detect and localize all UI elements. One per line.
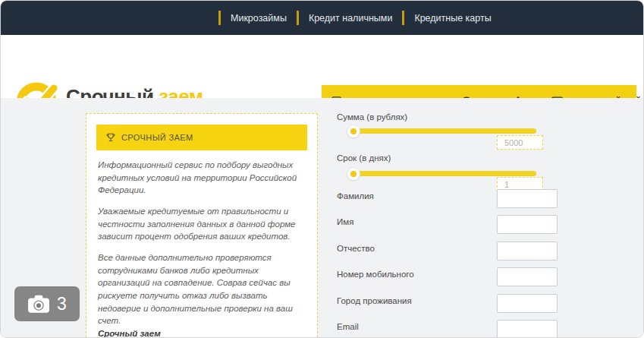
article-paragraph: Уважаемые кредитуемые от правильности и … [98,205,306,243]
middlename-label: Отчество [337,244,375,253]
amount-value-input[interactable] [497,135,543,150]
camera-icon [27,294,50,314]
article-paragraph: Все данные дополнительно проверяются сот… [98,251,306,327]
trophy-icon [105,132,116,143]
lastname-input[interactable] [497,189,558,208]
panel-heading: СРОЧНЫЙ ЗАЕМ [96,125,307,150]
amount-slider-handle[interactable] [347,125,360,137]
term-slider-handle[interactable] [347,168,360,180]
site-header: Срочный заем Единая заявка на кредиты во… [1,35,643,98]
email-input[interactable] [497,320,558,338]
firstname-label: Имя [337,217,353,226]
screenshot-count: 3 [57,294,67,314]
nav-link-microloans[interactable]: Микрозаймы [231,13,287,24]
mobile-label: Номер мобильного [337,270,414,279]
nav-divider [218,11,221,25]
nav-link-credit-cards[interactable]: Кредитные карты [414,13,491,24]
nav-divider [402,11,404,25]
city-label: Город проживания [337,296,412,305]
city-input[interactable] [497,294,558,313]
term-slider-track[interactable] [348,171,536,176]
nav-divider [297,11,299,25]
top-navigation-bar: Микрозаймы Кредит наличными Кредитные ка… [1,1,643,35]
amount-label: Сумма (в рублях) [337,112,407,122]
info-panel: СРОЧНЫЙ ЗАЕМ Информационный сервис по по… [86,113,318,338]
screenshot-counter-badge[interactable]: 3 [14,286,80,321]
article-brand-bold: Срочный заем [98,329,306,338]
email-label: Email [337,322,359,331]
firstname-input[interactable] [497,215,558,234]
lastname-label: Фамилия [337,191,374,201]
middlename-input[interactable] [497,242,558,261]
mobile-input[interactable] [497,267,558,286]
article-paragraph: Информационный сервис по подбору выгодны… [98,159,306,197]
amount-slider-track[interactable] [348,128,536,134]
nav-link-cash-credit[interactable]: Кредит наличными [309,13,393,24]
top-nav-links: Микрозаймы Кредит наличными Кредитные ка… [218,1,492,35]
term-label: Срок (в днях) [337,153,391,163]
panel-title: СРОЧНЫЙ ЗАЕМ [121,133,193,142]
browser-page: Микрозаймы Кредит наличными Кредитные ка… [0,0,644,338]
